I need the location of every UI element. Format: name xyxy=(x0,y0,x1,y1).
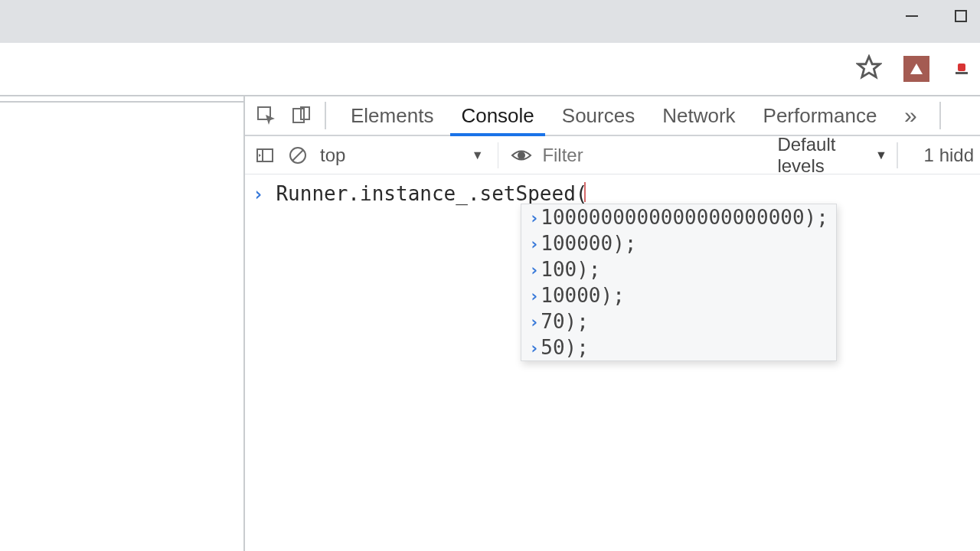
autocomplete-item[interactable]: ›10000); xyxy=(521,282,836,308)
autocomplete-item[interactable]: ›1000000000000000000000); xyxy=(521,204,836,230)
hidden-messages-label[interactable]: 1 hidd xyxy=(924,145,974,166)
svg-line-10 xyxy=(292,150,303,161)
execution-context-label: top xyxy=(320,145,345,166)
chevron-right-icon: › xyxy=(529,208,539,227)
autocomplete-popup: ›1000000000000000000000); ›100000); ›100… xyxy=(521,204,837,361)
clear-console-icon[interactable] xyxy=(284,140,311,171)
chevron-right-icon: › xyxy=(529,312,539,331)
dropdown-triangle-icon: ▼ xyxy=(472,148,484,162)
tab-elements[interactable]: Elements xyxy=(337,96,447,135)
tab-network[interactable]: Network xyxy=(648,96,749,135)
text-cursor xyxy=(584,182,586,202)
autocomplete-text: 70); xyxy=(541,310,589,333)
chevron-right-icon: › xyxy=(529,286,539,305)
console-input-text[interactable]: Runner.instance_.setSpeed( xyxy=(276,182,587,205)
autocomplete-item[interactable]: ›100000); xyxy=(521,230,836,256)
chevron-right-icon: › xyxy=(529,260,539,279)
console-toolbar: top ▼ Default levels ▼ 1 hidd xyxy=(245,136,980,174)
devtools-panel: Elements Console Sources Network Perform… xyxy=(243,96,980,551)
autocomplete-text: 100); xyxy=(541,258,600,281)
console-body: › Runner.instance_.setSpeed( ›1000000000… xyxy=(245,174,980,210)
autocomplete-text: 10000); xyxy=(541,284,625,307)
chevron-right-icon: › xyxy=(529,338,539,357)
autocomplete-text: 100000); xyxy=(541,232,636,255)
autocomplete-item[interactable]: ›100); xyxy=(521,256,836,282)
live-expression-icon[interactable] xyxy=(508,140,534,171)
extension-misc-icon[interactable] xyxy=(951,58,972,80)
minimize-button[interactable] xyxy=(900,5,923,28)
console-filter-input[interactable] xyxy=(542,145,771,166)
execution-context-select[interactable]: top ▼ xyxy=(320,145,488,166)
autocomplete-text: 1000000000000000000000); xyxy=(541,206,828,229)
prompt-chevron-icon: › xyxy=(253,182,263,207)
log-levels-label: Default levels xyxy=(777,134,872,177)
svg-rect-4 xyxy=(293,109,304,122)
bookmark-star-icon[interactable] xyxy=(856,54,882,83)
autocomplete-item[interactable]: ›50); xyxy=(521,334,836,360)
tab-performance[interactable]: Performance xyxy=(750,96,891,135)
svg-rect-1 xyxy=(956,11,966,21)
devtools-tabstrip: Elements Console Sources Network Perform… xyxy=(245,96,980,136)
divider xyxy=(897,142,898,168)
svg-marker-8 xyxy=(259,154,261,157)
divider xyxy=(939,102,941,129)
divider xyxy=(325,102,326,129)
tab-console[interactable]: Console xyxy=(447,96,547,135)
browser-toolbar xyxy=(0,43,980,96)
tabs-overflow-icon[interactable]: » xyxy=(895,103,926,129)
autocomplete-text: 50); xyxy=(541,336,589,359)
tab-sources[interactable]: Sources xyxy=(548,96,648,135)
dropdown-triangle-icon: ▼ xyxy=(875,148,887,162)
window-titlebar xyxy=(0,0,980,43)
log-levels-select[interactable]: Default levels ▼ xyxy=(777,134,887,177)
page-content xyxy=(0,101,243,551)
divider xyxy=(498,142,499,168)
maximize-button[interactable] xyxy=(949,5,972,28)
device-toggle-icon[interactable] xyxy=(286,100,317,131)
autocomplete-item[interactable]: ›70); xyxy=(521,308,836,334)
toggle-console-sidebar-icon[interactable] xyxy=(251,140,278,171)
svg-point-11 xyxy=(518,152,525,159)
chevron-right-icon: › xyxy=(529,234,539,253)
inspect-element-icon[interactable] xyxy=(251,100,282,131)
svg-marker-2 xyxy=(858,57,880,77)
extension-adobe-icon[interactable] xyxy=(903,56,929,82)
